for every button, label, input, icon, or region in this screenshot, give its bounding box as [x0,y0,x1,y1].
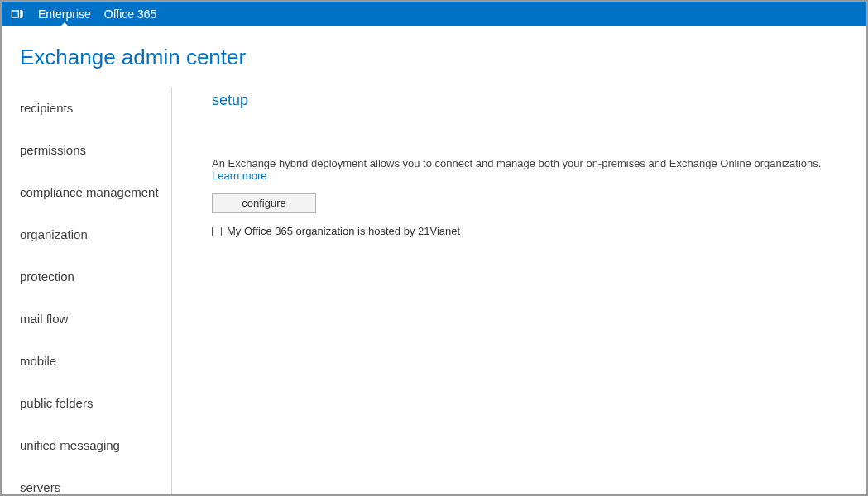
office-logo-icon [10,7,25,21]
sidebar-item-mail-flow[interactable]: mail flow [2,303,171,335]
vianet-checkbox[interactable] [212,227,222,236]
learn-more-link[interactable]: Learn more [212,169,266,182]
top-tab-enterprise[interactable]: Enterprise [38,7,91,21]
hybrid-description: An Exchange hybrid deployment allows you… [212,157,842,182]
vianet-checkbox-label: My Office 365 organization is hosted by … [227,225,460,237]
sidebar-item-servers[interactable]: servers [2,471,171,494]
sidebar-item-protection[interactable]: protection [2,260,171,293]
sidebar-item-permissions[interactable]: permissions [2,134,171,166]
sidebar-item-recipients[interactable]: recipients [2,92,171,124]
tab-setup[interactable]: setup [212,92,248,108]
sidebar-item-public-folders[interactable]: public folders [2,387,171,419]
top-bar: Enterprise Office 365 [2,2,866,26]
sidebar-item-unified-messaging[interactable]: unified messaging [2,429,171,461]
sidebar-item-mobile[interactable]: mobile [2,345,171,377]
top-tab-office365[interactable]: Office 365 [104,7,157,21]
main-pane: setup An Exchange hybrid deployment allo… [172,87,866,494]
sidebar-item-compliance-management[interactable]: compliance management [2,176,171,208]
configure-button[interactable]: configure [212,193,316,213]
header-area: Exchange admin center [2,26,866,87]
sidebar: recipients permissions compliance manage… [2,87,172,494]
description-text: An Exchange hybrid deployment allows you… [212,157,821,169]
sidebar-item-organization[interactable]: organization [2,218,171,250]
page-title: Exchange admin center [20,45,866,70]
svg-rect-1 [12,12,18,17]
